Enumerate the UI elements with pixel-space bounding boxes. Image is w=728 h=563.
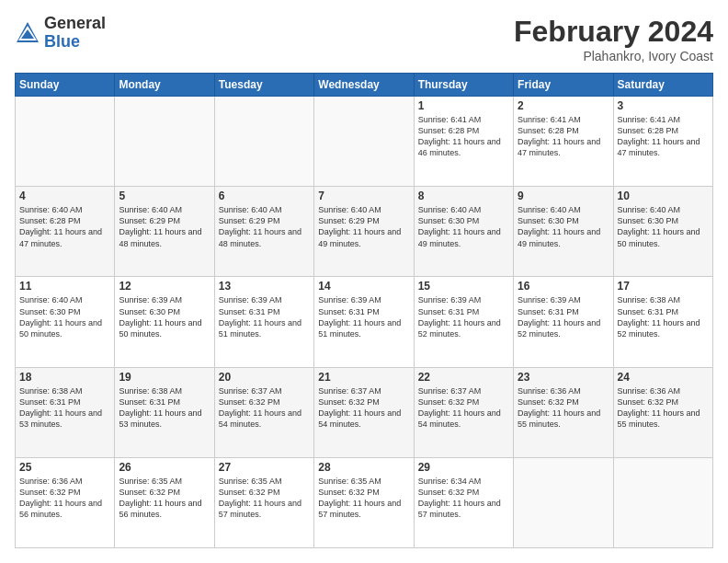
day-info: Sunrise: 6:40 AM Sunset: 6:29 PM Dayligh… [119,204,210,249]
calendar-cell: 17Sunrise: 6:38 AM Sunset: 6:31 PM Dayli… [613,277,712,367]
day-number: 17 [618,280,709,293]
logo-general-text: General [44,15,106,33]
day-info: Sunrise: 6:36 AM Sunset: 6:32 PM Dayligh… [19,476,110,521]
day-info: Sunrise: 6:39 AM Sunset: 6:30 PM Dayligh… [119,294,210,339]
calendar-day-header: Sunday [16,74,115,97]
day-info: Sunrise: 6:38 AM Sunset: 6:31 PM Dayligh… [19,385,110,431]
day-info: Sunrise: 6:37 AM Sunset: 6:32 PM Dayligh… [318,385,409,431]
calendar-cell: 19Sunrise: 6:38 AM Sunset: 6:31 PM Dayli… [115,367,214,457]
calendar-cell: 16Sunrise: 6:39 AM Sunset: 6:31 PM Dayli… [514,277,613,367]
calendar-day-header: Thursday [414,74,513,97]
day-info: Sunrise: 6:37 AM Sunset: 6:32 PM Dayligh… [219,385,310,431]
calendar-cell: 12Sunrise: 6:39 AM Sunset: 6:30 PM Dayli… [115,277,214,367]
calendar-cell: 4Sunrise: 6:40 AM Sunset: 6:28 PM Daylig… [16,187,115,277]
day-number: 26 [119,461,210,474]
calendar-week-row: 11Sunrise: 6:40 AM Sunset: 6:30 PM Dayli… [16,277,713,367]
calendar-cell: 24Sunrise: 6:36 AM Sunset: 6:32 PM Dayli… [613,367,712,457]
day-info: Sunrise: 6:39 AM Sunset: 6:31 PM Dayligh… [318,294,409,339]
calendar-cell: 3Sunrise: 6:41 AM Sunset: 6:28 PM Daylig… [613,97,712,187]
calendar-cell: 7Sunrise: 6:40 AM Sunset: 6:29 PM Daylig… [314,187,414,277]
title-section: February 2024 Plahankro, Ivory Coast [514,15,713,63]
calendar-cell: 1Sunrise: 6:41 AM Sunset: 6:28 PM Daylig… [414,97,513,187]
day-number: 27 [219,461,310,474]
calendar-cell: 29Sunrise: 6:34 AM Sunset: 6:32 PM Dayli… [414,457,513,547]
day-number: 9 [518,190,609,202]
calendar-cell: 22Sunrise: 6:37 AM Sunset: 6:32 PM Dayli… [414,367,513,457]
day-info: Sunrise: 6:40 AM Sunset: 6:30 PM Dayligh… [19,294,110,339]
day-info: Sunrise: 6:35 AM Sunset: 6:32 PM Dayligh… [119,476,210,521]
calendar-cell: 25Sunrise: 6:36 AM Sunset: 6:32 PM Dayli… [16,457,115,547]
calendar-day-header: Monday [115,74,214,97]
calendar-cell: 2Sunrise: 6:41 AM Sunset: 6:28 PM Daylig… [514,97,613,187]
calendar-cell: 11Sunrise: 6:40 AM Sunset: 6:30 PM Dayli… [16,277,115,367]
logo: General Blue [15,15,106,52]
calendar-cell: 15Sunrise: 6:39 AM Sunset: 6:31 PM Dayli… [414,277,513,367]
day-number: 1 [418,99,509,112]
calendar-cell: 5Sunrise: 6:40 AM Sunset: 6:29 PM Daylig… [115,187,214,277]
calendar-cell [314,97,414,187]
day-info: Sunrise: 6:39 AM Sunset: 6:31 PM Dayligh… [219,294,310,339]
day-number: 14 [318,280,409,293]
day-number: 3 [618,99,709,112]
calendar-day-header: Saturday [613,74,712,97]
day-number: 10 [618,190,709,202]
calendar-cell: 18Sunrise: 6:38 AM Sunset: 6:31 PM Dayli… [16,367,115,457]
day-info: Sunrise: 6:38 AM Sunset: 6:31 PM Dayligh… [618,294,709,339]
calendar-cell: 27Sunrise: 6:35 AM Sunset: 6:32 PM Dayli… [214,457,313,547]
day-number: 24 [618,371,709,384]
day-info: Sunrise: 6:41 AM Sunset: 6:28 PM Dayligh… [418,114,509,159]
day-info: Sunrise: 6:36 AM Sunset: 6:32 PM Dayligh… [618,385,709,431]
calendar-day-header: Wednesday [314,74,414,97]
day-info: Sunrise: 6:41 AM Sunset: 6:28 PM Dayligh… [618,114,709,159]
day-info: Sunrise: 6:39 AM Sunset: 6:31 PM Dayligh… [418,294,509,339]
day-number: 7 [318,190,409,202]
calendar-cell: 14Sunrise: 6:39 AM Sunset: 6:31 PM Dayli… [314,277,414,367]
calendar-cell: 20Sunrise: 6:37 AM Sunset: 6:32 PM Dayli… [214,367,313,457]
main-title: February 2024 [514,15,713,49]
day-info: Sunrise: 6:40 AM Sunset: 6:29 PM Dayligh… [219,204,310,249]
day-number: 4 [19,190,110,202]
day-info: Sunrise: 6:40 AM Sunset: 6:30 PM Dayligh… [618,204,709,249]
page: General Blue February 2024 Plahankro, Iv… [0,0,728,563]
day-number: 11 [19,280,110,293]
calendar-cell: 26Sunrise: 6:35 AM Sunset: 6:32 PM Dayli… [115,457,214,547]
day-number: 21 [318,371,409,384]
day-number: 19 [119,371,210,384]
calendar-header-row: SundayMondayTuesdayWednesdayThursdayFrid… [16,74,713,97]
day-number: 29 [418,461,509,474]
calendar-cell: 28Sunrise: 6:35 AM Sunset: 6:32 PM Dayli… [314,457,414,547]
day-info: Sunrise: 6:40 AM Sunset: 6:28 PM Dayligh… [19,204,110,249]
calendar-week-row: 4Sunrise: 6:40 AM Sunset: 6:28 PM Daylig… [16,187,713,277]
calendar-cell: 21Sunrise: 6:37 AM Sunset: 6:32 PM Dayli… [314,367,414,457]
calendar-cell [514,457,613,547]
day-number: 22 [418,371,509,384]
calendar-cell: 10Sunrise: 6:40 AM Sunset: 6:30 PM Dayli… [613,187,712,277]
day-number: 18 [19,371,110,384]
day-number: 23 [518,371,609,384]
header: General Blue February 2024 Plahankro, Iv… [15,15,713,63]
day-number: 20 [219,371,310,384]
calendar-cell: 6Sunrise: 6:40 AM Sunset: 6:29 PM Daylig… [214,187,313,277]
day-info: Sunrise: 6:34 AM Sunset: 6:32 PM Dayligh… [418,476,509,521]
day-info: Sunrise: 6:41 AM Sunset: 6:28 PM Dayligh… [518,114,609,159]
calendar-cell [613,457,712,547]
day-info: Sunrise: 6:40 AM Sunset: 6:30 PM Dayligh… [518,204,609,249]
calendar-cell [214,97,313,187]
calendar-week-row: 25Sunrise: 6:36 AM Sunset: 6:32 PM Dayli… [16,457,713,547]
day-info: Sunrise: 6:39 AM Sunset: 6:31 PM Dayligh… [518,294,609,339]
logo-blue-text: Blue [44,33,106,52]
day-info: Sunrise: 6:40 AM Sunset: 6:29 PM Dayligh… [318,204,409,249]
day-info: Sunrise: 6:40 AM Sunset: 6:30 PM Dayligh… [418,204,509,249]
day-number: 2 [518,99,609,112]
day-number: 25 [19,461,110,474]
calendar-cell: 9Sunrise: 6:40 AM Sunset: 6:30 PM Daylig… [514,187,613,277]
subtitle: Plahankro, Ivory Coast [514,49,713,63]
calendar-cell: 23Sunrise: 6:36 AM Sunset: 6:32 PM Dayli… [514,367,613,457]
day-info: Sunrise: 6:37 AM Sunset: 6:32 PM Dayligh… [418,385,509,431]
day-number: 8 [418,190,509,202]
day-number: 28 [318,461,409,474]
day-info: Sunrise: 6:35 AM Sunset: 6:32 PM Dayligh… [219,476,310,521]
calendar-week-row: 18Sunrise: 6:38 AM Sunset: 6:31 PM Dayli… [16,367,713,457]
calendar-day-header: Tuesday [214,74,313,97]
day-number: 15 [418,280,509,293]
